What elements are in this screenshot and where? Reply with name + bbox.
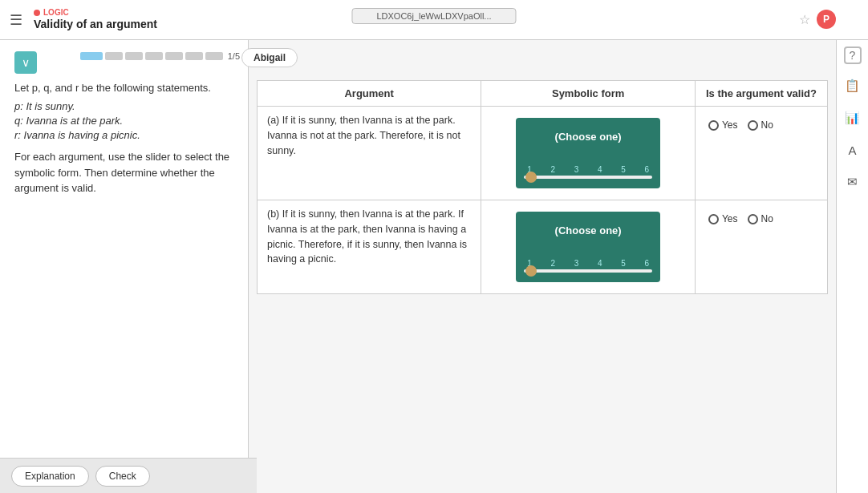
profile-icon[interactable]: P xyxy=(817,10,836,29)
check-button[interactable]: Check xyxy=(95,466,150,487)
mail-icon[interactable]: ✉ xyxy=(842,172,863,192)
slider-track-area-b: 123456 xyxy=(524,259,652,273)
main-content: 1/5 Abigail ∨ Let p, q, and r be the fol… xyxy=(0,40,868,493)
user-badge: Abigail xyxy=(241,48,298,67)
radio-no-b[interactable]: No xyxy=(748,213,773,224)
slider-thumb-a[interactable] xyxy=(525,172,537,183)
progress-bar xyxy=(80,52,223,60)
logo-label: LOGIC xyxy=(34,8,157,18)
col-header-symbolic: Symbolic form xyxy=(481,81,696,107)
statement-q: q: Ivanna is at the park. xyxy=(14,115,233,127)
logo-area: LOGIC Validity of an argument xyxy=(34,8,157,31)
slider-thumb-b[interactable] xyxy=(525,265,537,277)
right-side-icons: ? 📋 📊 A ✉ xyxy=(836,40,868,493)
argument-a-text: (a) If it is sunny, then Ivanna is at th… xyxy=(258,107,481,200)
radio-yes-b[interactable]: Yes xyxy=(708,213,738,224)
bottom-bar: Explanation Check xyxy=(0,458,257,493)
logo-dot xyxy=(34,10,40,16)
instructions: For each argument, use the slider to sel… xyxy=(14,149,233,196)
yes-no-a: Yes No xyxy=(705,113,817,137)
url-bar: LDXOC6j_leWwLDXVpaOll... xyxy=(351,8,516,24)
argument-b-text: (b) If it is sunny, then Ivanna is at th… xyxy=(258,200,481,294)
validity-b: Yes No xyxy=(695,200,827,294)
radio-no-a[interactable]: No xyxy=(748,119,773,131)
hamburger-icon[interactable]: ☰ xyxy=(10,11,22,29)
table-row: (b) If it is sunny, then Ivanna is at th… xyxy=(258,200,828,294)
slider-track-area-a: 123456 xyxy=(524,165,652,179)
question-icon[interactable]: ? xyxy=(844,46,862,64)
progress-label: 1/5 xyxy=(228,51,240,61)
top-right-area: ☆ P xyxy=(799,10,836,29)
statement-p: p: It is sunny. xyxy=(14,100,233,112)
top-bar: ☰ LOGIC Validity of an argument LDXOC6j_… xyxy=(0,0,868,40)
page-title: Validity of an argument xyxy=(34,18,157,31)
progress-area: 1/5 xyxy=(80,51,240,61)
slider-track-a[interactable] xyxy=(524,176,652,179)
chart-icon[interactable]: 📊 xyxy=(842,107,863,128)
yes-no-b: Yes No xyxy=(705,207,817,231)
right-panel: Argument Symbolic form Is the argument v… xyxy=(249,40,868,493)
choose-one-label-b: (Choose one) xyxy=(524,224,652,236)
statement-r: r: Ivanna is having a picnic. xyxy=(14,129,233,141)
clipboard-icon[interactable]: 📋 xyxy=(842,75,863,96)
validity-a: Yes No xyxy=(695,107,827,200)
slider-numbers-a: 123456 xyxy=(524,165,652,174)
collapse-button[interactable]: ∨ xyxy=(14,51,37,74)
problem-intro: Let p, q, and r be the following stateme… xyxy=(14,82,233,94)
slider-widget-b[interactable]: (Choose one) 123456 xyxy=(516,212,660,282)
radio-yes-a[interactable]: Yes xyxy=(708,119,738,131)
left-panel: 1/5 Abigail ∨ Let p, q, and r be the fol… xyxy=(0,40,249,493)
slider-track-b[interactable] xyxy=(524,269,652,273)
table-row: (a) If it is sunny, then Ivanna is at th… xyxy=(258,107,828,200)
slider-widget-a[interactable]: (Choose one) 123456 xyxy=(516,118,660,188)
col-header-valid: Is the argument valid? xyxy=(695,81,827,107)
symbolic-form-b: (Choose one) 123456 xyxy=(481,200,696,294)
slider-numbers-b: 123456 xyxy=(524,259,652,268)
col-header-argument: Argument xyxy=(258,81,481,107)
star-icon[interactable]: ☆ xyxy=(799,12,810,27)
text-icon[interactable]: A xyxy=(842,139,863,160)
explanation-button[interactable]: Explanation xyxy=(11,466,89,487)
argument-table: Argument Symbolic form Is the argument v… xyxy=(257,80,828,294)
choose-one-label-a: (Choose one) xyxy=(524,131,652,143)
symbolic-form-a: (Choose one) 123456 xyxy=(481,107,696,200)
